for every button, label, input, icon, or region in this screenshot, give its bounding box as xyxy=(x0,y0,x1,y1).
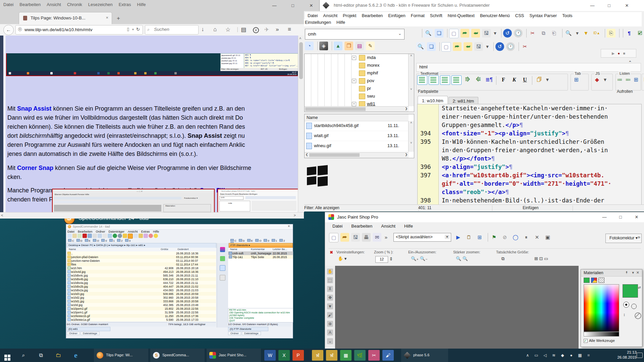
sc-titlebar[interactable]: SpeedCommander 14 - tiad ✕ xyxy=(66,224,293,230)
grid-icon[interactable]: ▦ xyxy=(576,349,584,362)
sc-breadcrumb-left[interactable]: Desktop ▸ Dieser PC ▸ DATA (D:) ▸ homepa… xyxy=(67,243,216,248)
sc-menu-item[interactable]: Datenträger xyxy=(109,230,125,233)
sc-view-icon[interactable] xyxy=(220,275,225,281)
psp-fotokorrektur-button[interactable]: Fotokorrektur ▾ xyxy=(605,234,642,243)
psp-new-icon[interactable]: ▢ xyxy=(329,233,338,242)
taskbar-app-speedcommander[interactable]: S SpeedComma... xyxy=(150,349,205,362)
volume-icon[interactable]: ◁ xyxy=(541,349,549,362)
taskbar-app-firefox[interactable]: Tilps Page: Wi... xyxy=(94,349,148,362)
phase-menu-item[interactable]: Benutzer-Menü xyxy=(480,13,510,18)
scroll-left-icon[interactable]: ˂ xyxy=(1,213,3,217)
sc-file-row[interactable]: w10dtx4a.jpg 444.722 26.08.2015 21:11 xyxy=(67,281,216,285)
align-center-icon[interactable] xyxy=(429,75,439,85)
zoom-icon[interactable]: 🔍 xyxy=(564,29,573,38)
file-explorer-icon[interactable]: 🗀 xyxy=(51,349,66,362)
new-file-icon[interactable]: ▢ xyxy=(449,29,459,38)
sc-delete-icon[interactable] xyxy=(83,234,87,238)
psp-twain-icon[interactable]: ✉ xyxy=(373,233,381,242)
reader-mode-icon[interactable]: ▯ xyxy=(127,27,129,32)
copy-icon[interactable]: ⧉ xyxy=(539,29,548,38)
pages-icon[interactable]: ❏ xyxy=(427,42,436,51)
action-center-icon[interactable] xyxy=(637,353,643,358)
sc-drive-button[interactable]: D xyxy=(239,239,245,242)
numbered-list-icon[interactable]: ≕ xyxy=(625,75,631,84)
new-doc-icon[interactable]: ▢ xyxy=(441,42,451,52)
sc-refresh-icon[interactable] xyxy=(220,256,225,261)
italic-button[interactable]: K xyxy=(509,75,519,84)
zoom-more-icons[interactable]: 🔍 🔍 xyxy=(456,256,468,261)
psp-run-script-icon[interactable]: ▶ xyxy=(454,233,463,242)
taskbar-word-icon[interactable]: W xyxy=(264,350,276,361)
search-input[interactable] xyxy=(153,26,197,32)
edge-icon[interactable]: e xyxy=(68,349,83,362)
phase-menu-item[interactable]: Format xyxy=(411,13,425,18)
bookmark-star-icon[interactable]: ☆ xyxy=(225,26,230,33)
psp-stop-icon[interactable]: ▣ xyxy=(543,233,552,242)
sc-menu-item[interactable]: Extras xyxy=(141,230,150,233)
swap-colors-icon[interactable]: ⇄ xyxy=(638,286,641,289)
taskbar-search-icon[interactable]: ⌕ xyxy=(16,349,31,362)
eyedropper-tool-icon[interactable]: ▼ xyxy=(327,303,333,309)
site-identity-icon[interactable]: ⦿ xyxy=(18,27,22,32)
text-tool-icon[interactable]: A xyxy=(327,329,333,336)
taskbar-excel-icon[interactable]: X xyxy=(278,350,290,361)
bold-button[interactable]: F xyxy=(499,75,508,84)
chevron-down-icon[interactable]: ⌄ xyxy=(398,31,401,36)
taskbar-app-green-icon[interactable]: ▦ xyxy=(340,350,352,361)
pin-icon[interactable]: 🖈 xyxy=(625,270,629,275)
psp-open-icon[interactable]: ⮫ xyxy=(340,233,349,242)
home-icon[interactable]: ⌂ xyxy=(213,26,217,33)
tree-item[interactable]: + mda xyxy=(305,54,414,62)
sc-drive-button[interactable]: C xyxy=(230,239,236,242)
js-diamond-icon[interactable]: ◆ xyxy=(592,75,602,84)
sc-file-row[interactable]: w10dtx4b.jpg 636.210 26.08.2015 21:10 xyxy=(67,277,216,281)
embedded-screenshot-phase[interactable]: html-editor phase 5.6.2.3 © hdb - köln D… xyxy=(217,189,298,212)
tree-item[interactable]: morex xyxy=(305,62,414,69)
firefox-minimize-button[interactable]: — xyxy=(270,3,279,9)
sc-file-row[interactable]: w10d.jpg 402.385 25.08.2015 23:48 xyxy=(67,303,216,307)
start-button[interactable] xyxy=(0,349,15,362)
psp-minimize-button[interactable]: — xyxy=(600,214,609,220)
taskbar-powerpoint-icon[interactable]: P xyxy=(292,350,304,361)
sc-tool-button[interactable] xyxy=(67,234,72,238)
phase-close-button[interactable]: ✕ xyxy=(623,3,631,9)
file-row[interactable]: wlneu.gif 13.11. xyxy=(305,141,409,151)
sc-tool-button[interactable] xyxy=(108,234,112,238)
more-tools-icon[interactable]: ⌄ xyxy=(327,338,333,344)
url-dropdown-icon[interactable]: ▾ xyxy=(132,27,134,31)
phase-menu-item[interactable]: Projekt xyxy=(343,13,356,18)
network-icon[interactable]: ≋ xyxy=(549,349,558,362)
sc-ftp-row[interactable]: cmh-soft cmh_homepage 22.08.2015 xyxy=(228,251,293,255)
tree-vertical-scrollbar[interactable]: ˄˅ xyxy=(408,54,414,106)
psp-close-button[interactable]: ✕ xyxy=(632,214,641,220)
downloads-icon[interactable]: ↓ xyxy=(201,26,204,33)
sc-breadcrumb-right[interactable]: FTP-Standorte ▸ xyxy=(229,243,293,248)
stop-icon[interactable]: ■ xyxy=(623,51,625,55)
phase-menu-item[interactable]: Hilfe xyxy=(336,20,345,25)
insert-doc-icon[interactable]: ⎘ xyxy=(607,29,615,38)
table-icon[interactable]: ⊞ xyxy=(572,75,581,84)
psp-save-icon[interactable]: 🖫 xyxy=(351,233,360,242)
tree-item[interactable]: mphif xyxy=(305,69,414,77)
tree-item[interactable]: pr xyxy=(305,85,414,93)
chevron-down-icon[interactable]: ▾ xyxy=(445,235,449,239)
sc-close-button[interactable]: ✕ xyxy=(287,225,290,228)
tree-expand-icon[interactable] xyxy=(352,86,356,90)
anchor-down-icon[interactable]: ▼ xyxy=(582,29,590,38)
sc-sync-icon[interactable] xyxy=(149,234,153,238)
psp-script-combobox[interactable]: <Skript auswählen>▾ xyxy=(393,233,451,242)
psp-quickscript-icon[interactable]: ⚑ xyxy=(490,233,498,242)
actual-size-icon[interactable]: ⧉ xyxy=(501,256,504,261)
paste-icon[interactable]: ⎗ xyxy=(550,29,558,38)
embedded-screenshot-psp[interactable]: — □ ✕ Ebenen Objekte Auswahl Fenster Hil… xyxy=(52,189,215,212)
sc-go-icon[interactable] xyxy=(113,234,117,238)
hamburger-menu-icon[interactable]: ≡ xyxy=(288,26,291,33)
phase-menu-item[interactable]: Schrift xyxy=(430,13,442,18)
file-list-header[interactable]: Name xyxy=(305,114,409,121)
list-settings-icon[interactable]: ▤ xyxy=(355,42,364,50)
sc-tool-button[interactable] xyxy=(98,234,102,238)
zoom-in-out-icons[interactable]: 🔍₊ 🔍₋ xyxy=(411,256,428,261)
sc-tab-dateiablage[interactable]: Dateiablage xyxy=(80,331,100,335)
color-picker-gradient[interactable] xyxy=(584,284,619,332)
psp-menu-item[interactable]: Ansicht xyxy=(381,224,395,229)
